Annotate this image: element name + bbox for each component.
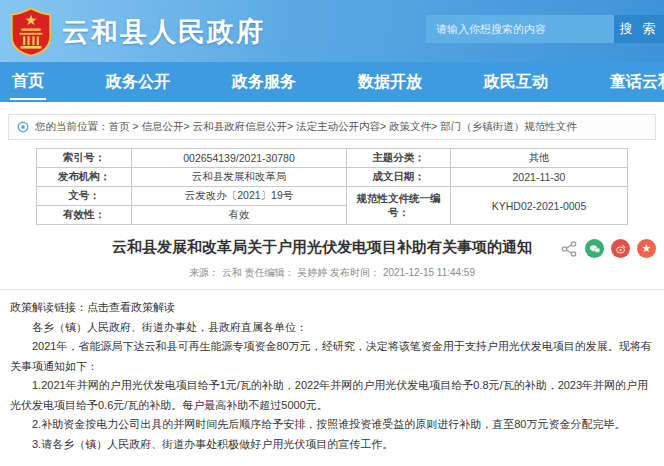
meta-docnum-label: 文号：	[37, 187, 132, 206]
article-paragraph: 3.请各乡（镇）人民政府、街道办事处积极做好户用光伏项目的宣传工作。	[10, 435, 652, 455]
table-row: 文号： 云发改办〔2021〕19号 规范性文件统一编号： KYHD02-2021…	[37, 187, 628, 206]
nav-item-open-data[interactable]: 数据开放	[356, 66, 424, 99]
meta-docnum-value: 云发改办〔2021〕19号	[132, 187, 347, 206]
nav-item-fairytale[interactable]: 童话云和	[608, 66, 664, 99]
meta-agency-value: 云和县发展和改革局	[132, 168, 347, 187]
star-icon: ★	[642, 243, 652, 254]
site-title: 云和县人民政府	[62, 14, 265, 50]
table-row: 发布机构： 云和县发展和改革局 成文日期： 2021-11-30	[37, 168, 628, 187]
search-input[interactable]	[426, 15, 614, 43]
article-source-line: 来源： 云和 责任编辑： 吴婷婷 发布时间： 2021-12-15 11:44:…	[0, 266, 664, 290]
meta-index-value: 002654139/2021-30780	[132, 149, 347, 168]
meta-date-value: 2021-11-30	[451, 168, 628, 187]
nav-item-gov-service[interactable]: 政务服务	[230, 66, 298, 99]
meta-index-label: 索引号：	[37, 149, 132, 168]
qzone-share-icon[interactable]: ★	[637, 239, 656, 258]
policy-link-line[interactable]: 政策解读链接：点击查看政策解读	[10, 298, 652, 318]
weibo-share-icon[interactable]	[611, 239, 630, 258]
site-header: 云和县人民政府 搜 索	[0, 0, 664, 62]
nav-item-gov-info[interactable]: 政务公开	[104, 66, 172, 99]
article-paragraph: 2021年，省能源局下达云和县可再生能源专项资金80万元，经研究，决定将该笔资金…	[10, 337, 652, 376]
main-nav: 首页 政务公开 政务服务 数据开放 政民互动 童话云和	[0, 62, 664, 102]
meta-validity-label: 有效性：	[37, 206, 132, 225]
meta-unified-value: KYHD02-2021-0005	[451, 187, 628, 225]
search-button[interactable]: 搜 索	[614, 15, 664, 43]
article-paragraph: 2.补助资金按电力公司出具的并网时间先后顺序给予安排，按照谁投资谁受益的原则进行…	[10, 415, 652, 435]
meta-topic-value: 其他	[451, 149, 628, 168]
meta-topic-label: 主题分类：	[347, 149, 451, 168]
wechat-share-icon[interactable]	[585, 239, 604, 258]
share-bar: ★	[560, 239, 656, 258]
breadcrumb: 您的当前位置：首页 > 信息公开> 云和县政府信息公开> 法定主动公开内容> 政…	[8, 114, 656, 140]
article-paragraph: 各乡（镇）人民政府、街道办事处，县政府直属各单位：	[10, 318, 652, 338]
nav-item-home[interactable]: 首页	[10, 65, 46, 100]
article-header: 云和县发展和改革局关于户用光伏发电项目补助有关事项的通知 ★	[0, 238, 664, 257]
share-icon[interactable]	[560, 240, 578, 258]
meta-unified-label: 规范性文件统一编号：	[347, 187, 451, 225]
meta-date-label: 成文日期：	[347, 168, 451, 187]
table-row: 索引号： 002654139/2021-30780 主题分类： 其他	[37, 149, 628, 168]
nav-item-interaction[interactable]: 政民互动	[482, 66, 550, 99]
breadcrumb-text[interactable]: 您的当前位置：首页 > 信息公开> 云和县政府信息公开> 法定主动公开内容> 政…	[35, 120, 577, 134]
meta-validity-value: 有效	[132, 206, 347, 225]
article-paragraph: 1.2021年并网的户用光伏发电项目给予1元/瓦的补助，2022年并网的户用光伏…	[10, 376, 652, 415]
national-emblem-icon	[10, 7, 52, 57]
document-meta: 索引号： 002654139/2021-30780 主题分类： 其他 发布机构：…	[36, 148, 628, 225]
article-body: 政策解读链接：点击查看政策解读 各乡（镇）人民政府、街道办事处，县政府直属各单位…	[0, 290, 664, 466]
location-pin-icon	[17, 121, 29, 133]
site-search: 搜 索	[426, 15, 664, 43]
meta-agency-label: 发布机构：	[37, 168, 132, 187]
site-brand[interactable]: 云和县人民政府	[10, 7, 265, 57]
